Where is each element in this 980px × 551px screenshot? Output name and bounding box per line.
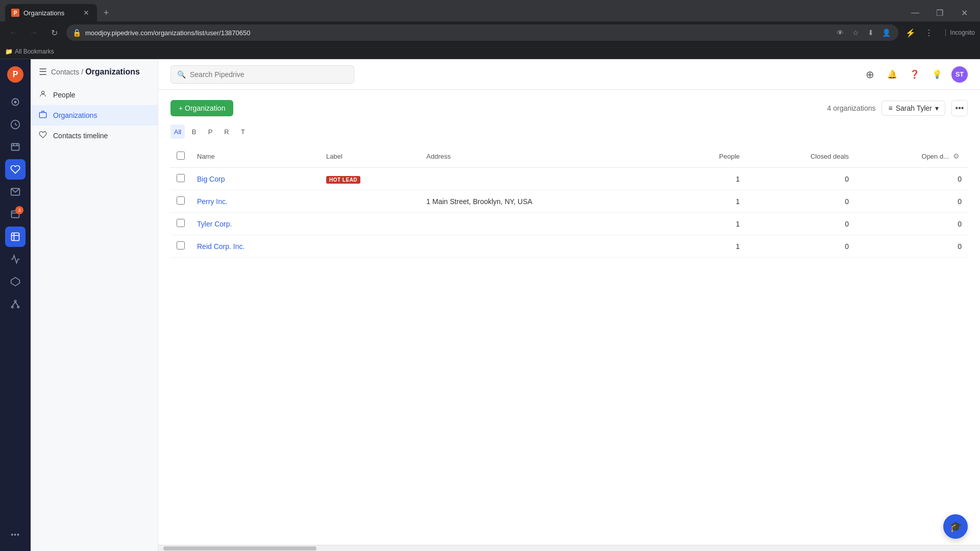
row-checkbox-cell[interactable] [170, 213, 191, 235]
tab-title: Organizations [23, 9, 78, 17]
scrollbar-thumb[interactable] [163, 546, 316, 550]
row-checkbox[interactable] [177, 196, 185, 205]
back-button: ← [5, 24, 21, 41]
filter-button[interactable]: ≡ Sarah Tyler ▾ [881, 101, 945, 116]
maximize-button[interactable]: ❐ [928, 4, 951, 21]
sidebar-icon-network[interactable] [5, 294, 26, 314]
breadcrumb-parent[interactable]: Contacts [51, 68, 79, 76]
url-display: moodjoy.pipedrive.com/organizations/list… [85, 29, 830, 37]
sidebar-icon-deals[interactable] [5, 114, 26, 135]
notifications-icon[interactable]: 🔔 [884, 66, 900, 83]
alpha-filter-t[interactable]: T [236, 124, 250, 139]
sidebar-icon-chart[interactable] [5, 249, 26, 269]
sidebar-icon-box[interactable] [5, 271, 26, 292]
org-name-cell[interactable]: Tyler Corp. [191, 213, 320, 235]
alpha-filter-r[interactable]: R [219, 124, 234, 139]
table-row: Perry Inc. 1 Main Street, Brooklyn, NY, … [170, 190, 968, 213]
table-row: Tyler Corp. 1 0 0 [170, 213, 968, 235]
help-icon[interactable]: ❓ [906, 66, 923, 83]
row-checkbox-cell[interactable] [170, 168, 191, 190]
nav-item-people[interactable]: People [31, 85, 158, 105]
download-icon[interactable]: ⬇ [865, 27, 877, 39]
app-logo[interactable]: P [6, 65, 24, 84]
chevron-down-icon: ▾ [935, 104, 939, 112]
org-name-link[interactable]: Perry Inc. [197, 197, 228, 206]
svg-line-4 [15, 124, 17, 126]
filter-icon: ≡ [888, 104, 892, 112]
col-header-people: People [675, 145, 746, 168]
org-address-cell [420, 235, 675, 258]
org-name-link[interactable]: Big Corp [197, 175, 225, 183]
incognito-label: Incognito [950, 29, 975, 36]
bookmarks-folder[interactable]: 📁 All Bookmarks [5, 48, 54, 55]
row-checkbox-cell[interactable] [170, 190, 191, 213]
top-bar-actions: ⊕ 🔔 ❓ 💡 ST [862, 66, 968, 83]
horizontal-scrollbar[interactable] [158, 545, 980, 551]
help-fab-button[interactable]: 🎓 [943, 514, 968, 539]
svg-point-16 [14, 300, 16, 302]
search-bar[interactable]: 🔍 [170, 65, 354, 84]
tab-close-button[interactable]: ✕ [82, 8, 91, 17]
row-checkbox[interactable] [177, 241, 185, 249]
alpha-filter-b[interactable]: B [187, 124, 201, 139]
org-name-cell[interactable]: Reid Corp. Inc. [191, 235, 320, 258]
nav-item-contacts-timeline[interactable]: Contacts timeline [31, 126, 158, 146]
sidebar-icon-activities[interactable] [5, 137, 26, 157]
svg-rect-12 [12, 233, 19, 241]
column-settings-icon[interactable]: ⚙ [951, 150, 962, 162]
sidebar-more-button[interactable]: ••• [5, 524, 26, 545]
organizations-nav-icon [39, 110, 47, 120]
active-tab[interactable]: P Organizations ✕ [5, 4, 97, 21]
org-open-deals-cell: 0 [855, 213, 968, 235]
people-nav-icon [39, 90, 47, 100]
row-checkbox[interactable] [177, 174, 185, 182]
refresh-button[interactable]: ↻ [46, 24, 62, 41]
alpha-filter-all[interactable]: All [170, 124, 185, 139]
org-name-cell[interactable]: Perry Inc. [191, 190, 320, 213]
org-address-cell: 1 Main Street, Brooklyn, NY, USA [420, 190, 675, 213]
sidebar-icon-calendar[interactable]: 3 [5, 204, 26, 224]
filter-label: Sarah Tyler [896, 104, 932, 112]
menu-icon[interactable]: ⋮ [921, 24, 937, 41]
star-icon[interactable]: ☆ [849, 27, 862, 39]
more-options-button[interactable]: ••• [951, 100, 968, 116]
add-organization-button[interactable]: + Organization [170, 100, 233, 116]
org-name-cell[interactable]: Big Corp [191, 168, 320, 190]
alpha-filter-p[interactable]: P [203, 124, 217, 139]
org-name-link[interactable]: Reid Corp. Inc. [197, 242, 244, 251]
user-avatar[interactable]: ST [951, 66, 968, 83]
select-all-checkbox[interactable] [177, 152, 185, 160]
address-bar[interactable]: 🔒 moodjoy.pipedrive.com/organizations/li… [66, 24, 898, 41]
new-tab-button[interactable]: + [99, 6, 113, 20]
table-row: Big Corp HOT LEAD 1 0 0 [170, 168, 968, 190]
search-input[interactable] [190, 70, 348, 79]
svg-point-21 [41, 91, 44, 94]
col-header-name: Name [191, 145, 320, 168]
organizations-table: Name Label Address People Closed deals [170, 145, 968, 258]
nav-item-organizations[interactable]: Organizations [31, 105, 158, 126]
bulb-icon[interactable]: 💡 [929, 66, 945, 83]
org-name-link[interactable]: Tyler Corp. [197, 220, 232, 228]
profile-icon[interactable]: 👤 [880, 27, 892, 39]
close-button[interactable]: ✕ [952, 4, 976, 21]
eye-off-icon[interactable]: 👁 [834, 27, 846, 39]
sidebar-icon-reports[interactable] [5, 227, 26, 247]
row-checkbox-cell[interactable] [170, 235, 191, 258]
org-closed-deals-cell: 0 [746, 190, 855, 213]
row-checkbox[interactable] [177, 219, 185, 227]
extensions-icon[interactable]: ⚡ [902, 24, 919, 41]
sidebar-icon-home[interactable] [5, 92, 26, 112]
timeline-nav-icon [39, 131, 47, 141]
org-closed-deals-cell: 0 [746, 213, 855, 235]
minimize-button[interactable]: — [903, 4, 927, 21]
sidebar-icon-mail[interactable] [5, 182, 26, 202]
col-header-label: Label [320, 145, 420, 168]
svg-point-1 [14, 101, 17, 104]
select-all-header[interactable] [170, 145, 191, 168]
col-header-address: Address [420, 145, 675, 168]
sidebar-icon-contacts[interactable] [5, 159, 26, 180]
nav-sidebar: ☰ Contacts / Organizations People Organi… [31, 59, 158, 551]
hamburger-icon[interactable]: ☰ [39, 66, 47, 78]
add-button[interactable]: ⊕ [862, 66, 878, 83]
org-address-cell [420, 213, 675, 235]
